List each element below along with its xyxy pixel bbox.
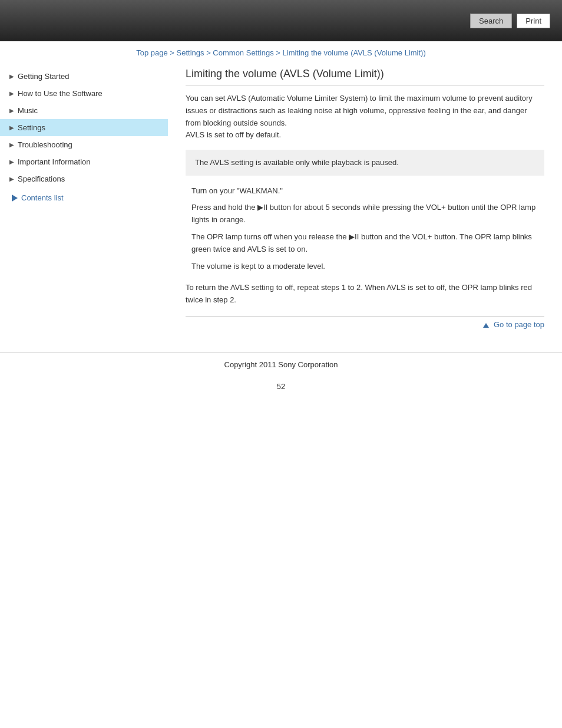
note-text: The AVLS setting is available only while… [195, 158, 399, 167]
arrow-icon: ▶ [9, 124, 14, 131]
main-layout: ▶ Getting Started ▶ How to Use the Softw… [0, 62, 562, 341]
step-4-text: The volume is kept to a moderate level. [191, 262, 325, 271]
steps-area: Turn on your "WALKMAN." Press and hold t… [186, 185, 544, 273]
sidebar-item-label: Important Information [18, 157, 162, 166]
content-description: You can set AVLS (Automatic Volume Limit… [186, 93, 544, 141]
arrow-icon: ▶ [9, 176, 14, 182]
return-note: To return the AVLS setting to off, repea… [186, 282, 544, 307]
sidebar-item-label: Specifications [18, 174, 162, 183]
go-to-top-link[interactable]: Go to page top [483, 320, 544, 329]
contents-list-link[interactable]: Contents list [0, 187, 168, 208]
copyright-text: Copyright 2011 Sony Corporation [224, 360, 338, 369]
sidebar-item-label: Getting Started [18, 72, 162, 81]
arrow-icon: ▶ [9, 107, 14, 114]
go-to-top-label: Go to page top [494, 320, 544, 329]
arrow-icon: ▶ [9, 90, 14, 97]
page-title: Limiting the volume (AVLS (Volume Limit)… [186, 68, 544, 85]
arrow-icon: ▶ [9, 73, 14, 80]
step-4: The volume is kept to a moderate level. [191, 261, 538, 273]
note-box: The AVLS setting is available only while… [186, 150, 544, 176]
sidebar-item-important-info[interactable]: ▶ Important Information [0, 153, 168, 170]
sidebar-item-troubleshooting[interactable]: ▶ Troubleshooting [0, 136, 168, 153]
breadcrumb-common-settings[interactable]: Common Settings [213, 48, 273, 57]
breadcrumb: Top page > Settings > Common Settings > … [0, 41, 562, 62]
contents-list-label: Contents list [21, 193, 64, 202]
sidebar-item-music[interactable]: ▶ Music [0, 102, 168, 119]
sidebar-item-label: How to Use the Software [18, 89, 162, 98]
breadcrumb-sep3: > [274, 48, 283, 57]
description-p1: You can set AVLS (Automatic Volume Limit… [186, 93, 544, 129]
breadcrumb-sep1: > [168, 48, 177, 57]
sidebar-item-how-to-use[interactable]: ▶ How to Use the Software [0, 85, 168, 102]
breadcrumb-current: Limiting the volume (AVLS (Volume Limit)… [283, 48, 426, 57]
sidebar-item-label: Music [18, 106, 162, 115]
arrow-icon: ▶ [9, 159, 14, 165]
print-button[interactable]: Print [517, 14, 550, 28]
step-2-text: Press and hold the ▶II button for about … [191, 203, 535, 224]
sidebar: ▶ Getting Started ▶ How to Use the Softw… [0, 62, 168, 341]
sidebar-item-settings[interactable]: ▶ Settings [0, 119, 168, 136]
footer: Copyright 2011 Sony Corporation [0, 353, 562, 376]
step-3: The OPR lamp turns off when you release … [191, 231, 538, 256]
breadcrumb-sep2: > [204, 48, 213, 57]
step-3-text: The OPR lamp turns off when you release … [191, 232, 532, 253]
breadcrumb-top-page[interactable]: Top page [136, 48, 168, 57]
breadcrumb-settings[interactable]: Settings [177, 48, 204, 57]
content-area: Limiting the volume (AVLS (Volume Limit)… [168, 62, 562, 341]
return-note-text: To return the AVLS setting to off, repea… [186, 283, 532, 304]
step-1: Turn on your "WALKMAN." [191, 185, 538, 197]
step-2: Press and hold the ▶II button for about … [191, 202, 538, 226]
sidebar-item-label: Troubleshooting [18, 140, 162, 149]
triangle-icon [483, 323, 489, 328]
arrow-right-icon [12, 195, 18, 202]
description-p2: AVLS is set to off by default. [186, 129, 544, 141]
sidebar-item-specifications[interactable]: ▶ Specifications [0, 170, 168, 187]
arrow-icon: ▶ [9, 141, 14, 148]
search-button[interactable]: Search [470, 14, 512, 28]
step-1-text: Turn on your "WALKMAN." [191, 186, 283, 195]
sidebar-item-label: Settings [18, 123, 162, 132]
go-to-top: Go to page top [186, 316, 544, 329]
header-bar: Search Print [0, 0, 562, 41]
sidebar-item-getting-started[interactable]: ▶ Getting Started [0, 68, 168, 85]
page-number: 52 [0, 382, 562, 391]
